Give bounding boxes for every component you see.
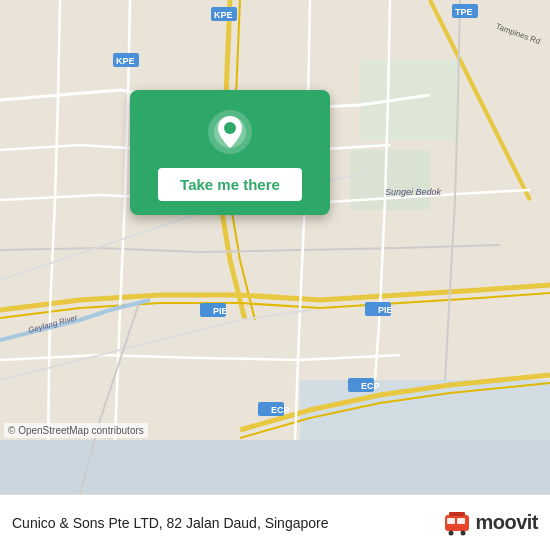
svg-text:PIE: PIE	[378, 305, 393, 315]
map-attribution: © OpenStreetMap contributors	[4, 423, 148, 438]
svg-text:PIE: PIE	[213, 306, 228, 316]
location-pin-icon	[206, 108, 254, 156]
svg-text:ECP: ECP	[361, 381, 380, 391]
svg-text:TPE: TPE	[455, 7, 473, 17]
svg-rect-27	[457, 518, 465, 524]
svg-text:KPE: KPE	[116, 56, 135, 66]
svg-point-28	[449, 530, 454, 535]
svg-rect-26	[447, 518, 455, 524]
bottom-bar: Cunico & Sons Pte LTD, 82 Jalan Daud, Si…	[0, 494, 550, 550]
svg-text:KPE: KPE	[214, 10, 233, 20]
moovit-label: moovit	[475, 511, 538, 534]
svg-rect-30	[449, 512, 465, 516]
svg-point-29	[461, 530, 466, 535]
location-text: Cunico & Sons Pte LTD, 82 Jalan Daud, Si…	[12, 515, 433, 531]
svg-text:ECP: ECP	[271, 405, 290, 415]
map-container: ECP ECP PIE PIE KPE KPE TPE Sungei Bedok…	[0, 0, 550, 494]
map-roads: ECP ECP PIE PIE KPE KPE TPE Sungei Bedok…	[0, 0, 550, 494]
take-me-there-button[interactable]: Take me there	[158, 168, 302, 201]
moovit-logo: moovit	[443, 509, 538, 537]
location-card: Take me there	[130, 90, 330, 215]
svg-text:Sungei Bedok: Sungei Bedok	[385, 187, 442, 197]
moovit-icon	[443, 509, 471, 537]
app: ECP ECP PIE PIE KPE KPE TPE Sungei Bedok…	[0, 0, 550, 550]
svg-point-24	[224, 122, 236, 134]
